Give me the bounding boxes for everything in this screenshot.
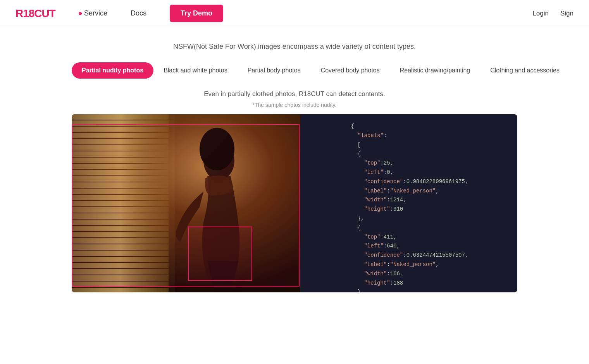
detection-box-full bbox=[72, 124, 300, 287]
nav-active-dot bbox=[79, 12, 82, 15]
login-link[interactable]: Login bbox=[532, 10, 549, 17]
nav-service-label: Service bbox=[84, 9, 107, 17]
header-auth: Login Sign bbox=[532, 10, 574, 17]
json-output[interactable]: { "labels": [ { "top":25, "left":0, "con… bbox=[300, 114, 517, 292]
try-demo-button[interactable]: Try Demo bbox=[170, 5, 223, 22]
sample-note: *The sample photos include nudity. bbox=[0, 102, 589, 108]
detection-box-partial bbox=[188, 227, 252, 281]
header: R18CUT Service Docs Try Demo Login Sign bbox=[0, 0, 589, 27]
tab-partial-nudity[interactable]: Partial nudity photos bbox=[72, 62, 153, 79]
tab-covered-body[interactable]: Covered body photos bbox=[311, 62, 390, 79]
main-nav: Service Docs Try Demo bbox=[79, 5, 574, 22]
nav-item-service[interactable]: Service bbox=[79, 9, 107, 17]
tab-black-white[interactable]: Black and white photos bbox=[153, 62, 238, 79]
svg-rect-29 bbox=[72, 288, 169, 292]
category-tabs: Partial nudity photos Black and white ph… bbox=[0, 62, 589, 79]
tab-realistic-drawing[interactable]: Realistic drawing/painting bbox=[390, 62, 480, 79]
logo: R18CUT bbox=[16, 7, 55, 20]
photo-background bbox=[72, 114, 300, 292]
tab-clothing-accessories[interactable]: Clothing and accessories bbox=[480, 62, 570, 79]
section-subtitle: Even in partially clothed photos, R18CUT… bbox=[0, 90, 589, 98]
nav-docs-label: Docs bbox=[131, 9, 146, 17]
json-content: { "labels": [ { "top":25, "left":0, "con… bbox=[312, 122, 506, 292]
signup-link[interactable]: Sign bbox=[560, 10, 574, 17]
hero-text: NSFW(Not Safe For Work) images encompass… bbox=[0, 27, 589, 62]
tab-partial-body[interactable]: Partial body photos bbox=[238, 62, 311, 79]
demo-content-area: { "labels": [ { "top":25, "left":0, "con… bbox=[72, 114, 517, 292]
demo-image bbox=[72, 114, 300, 292]
nav-item-docs[interactable]: Docs bbox=[131, 9, 146, 17]
svg-rect-1 bbox=[72, 114, 169, 120]
